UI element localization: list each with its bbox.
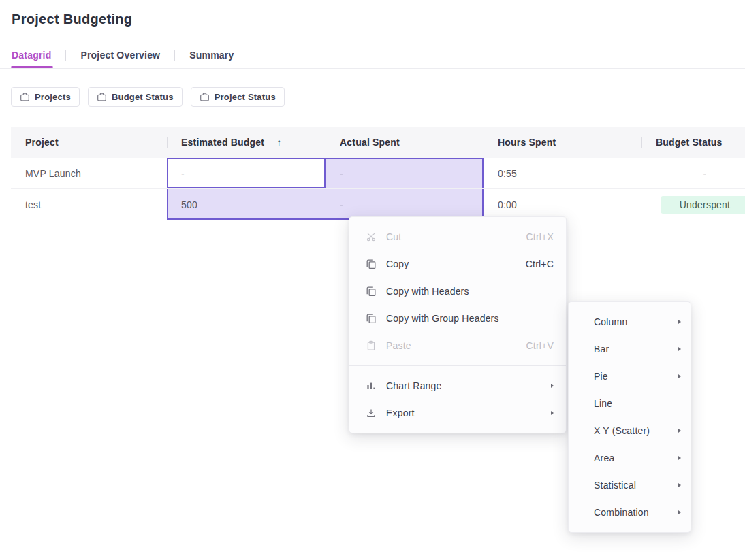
- menu-item-label: Paste: [386, 340, 411, 351]
- filter-button-label: Project Status: [215, 92, 276, 102]
- menu-item-label: Copy with Group Headers: [386, 313, 499, 324]
- cell-hours-spent[interactable]: 0:00: [484, 189, 641, 220]
- column-header-actual-spent[interactable]: Actual Spent: [326, 127, 484, 158]
- menu-item-label: Cut: [386, 231, 401, 242]
- menu-item-label: Copy: [386, 259, 409, 269]
- clipboard-icon: [366, 340, 377, 351]
- column-header-label: Actual Spent: [340, 137, 400, 148]
- submenu-arrow-icon: [678, 456, 681, 460]
- submenu-arrow-icon: [678, 510, 681, 514]
- submenu-item-combination[interactable]: Combination: [569, 499, 691, 526]
- filter-button-projects[interactable]: Projects: [11, 87, 80, 107]
- briefcase-icon: [20, 92, 30, 102]
- filter-button-label: Projects: [35, 92, 71, 102]
- tab-datagrid[interactable]: Datagrid: [12, 50, 51, 61]
- submenu-item-pie[interactable]: Pie: [569, 363, 691, 390]
- menu-item-export[interactable]: Export: [349, 399, 566, 427]
- scissors-icon: [366, 231, 377, 242]
- submenu-arrow-icon: [551, 411, 554, 415]
- column-menu-icon[interactable]: [304, 139, 309, 145]
- column-header-label: Estimated Budget: [181, 137, 264, 148]
- menu-item-copy-with-group-headers[interactable]: Copy with Group Headers: [349, 305, 566, 332]
- copy-icon: [366, 286, 377, 297]
- column-header-estimated-budget[interactable]: Estimated Budget ↑: [167, 127, 326, 158]
- menu-shortcut: Ctrl+V: [526, 340, 554, 351]
- cell-budget-status[interactable]: Underspent: [641, 189, 745, 220]
- submenu-arrow-icon: [551, 384, 554, 388]
- submenu-arrow-icon: [678, 429, 681, 433]
- cell-hours-spent[interactable]: 0:55: [484, 158, 641, 188]
- status-badge-underspent: Underspent: [661, 196, 745, 214]
- download-icon: [366, 408, 377, 418]
- copy-icon: [366, 313, 377, 324]
- menu-item-label: Column: [594, 316, 627, 327]
- tab-summary[interactable]: Summary: [189, 50, 234, 61]
- grid-header-row: Project Estimated Budget ↑ Actual Spent …: [11, 127, 745, 158]
- submenu-arrow-icon: [678, 320, 681, 324]
- bar-chart-icon: [366, 380, 377, 391]
- menu-shortcut: Ctrl+C: [526, 259, 554, 269]
- briefcase-icon: [200, 92, 210, 102]
- menu-item-label: Bar: [594, 344, 609, 355]
- menu-item-label: Statistical: [594, 480, 636, 491]
- column-header-hours-spent[interactable]: Hours Spent: [484, 127, 641, 158]
- submenu-item-line[interactable]: Line: [569, 390, 691, 417]
- tab-separator: [174, 50, 175, 61]
- context-menu: Cut Ctrl+X Copy Ctrl+C Copy with Headers: [349, 216, 567, 433]
- chart-type-submenu: Column Bar Pie Line X Y (Scatter) Area S…: [568, 301, 691, 533]
- cell-actual-spent-selected[interactable]: -: [326, 158, 484, 188]
- page-title: Project Budgeting: [12, 12, 132, 27]
- submenu-item-bar[interactable]: Bar: [569, 335, 691, 363]
- cell-actual-spent-selected[interactable]: -: [326, 189, 484, 220]
- menu-separator: [349, 365, 566, 366]
- menu-item-label: Line: [594, 398, 612, 409]
- filter-bar: Projects Budget Status Project Status: [11, 87, 285, 107]
- submenu-item-xy-scatter[interactable]: X Y (Scatter): [569, 417, 691, 444]
- menu-item-label: Area: [594, 452, 614, 463]
- column-header-label: Project: [25, 137, 59, 148]
- cell-budget-status[interactable]: -: [641, 158, 745, 188]
- column-header-label: Budget Status: [656, 137, 723, 148]
- column-header-budget-status[interactable]: Budget Status: [641, 127, 745, 158]
- column-header-project[interactable]: Project: [11, 127, 167, 158]
- menu-item-chart-range[interactable]: Chart Range: [349, 372, 566, 399]
- table-row: MVP Launch - - 0:55 -: [11, 158, 745, 189]
- submenu-item-statistical[interactable]: Statistical: [569, 472, 691, 499]
- menu-item-copy-with-headers[interactable]: Copy with Headers: [349, 278, 566, 305]
- menu-item-label: Pie: [594, 371, 608, 382]
- cell-project[interactable]: MVP Launch: [11, 158, 167, 188]
- tabs-divider: [0, 68, 745, 69]
- menu-item-label: X Y (Scatter): [594, 425, 650, 436]
- briefcase-icon: [97, 92, 107, 102]
- submenu-arrow-icon: [678, 374, 681, 378]
- column-menu-icon[interactable]: [620, 139, 625, 145]
- sort-ascending-icon: ↑: [276, 137, 281, 148]
- menu-item-label: Combination: [594, 507, 649, 518]
- submenu-arrow-icon: [678, 483, 681, 487]
- menu-item-paste[interactable]: Paste Ctrl+V: [349, 332, 566, 359]
- cell-project[interactable]: test: [11, 189, 167, 220]
- column-header-label: Hours Spent: [498, 137, 556, 148]
- column-menu-icon[interactable]: [462, 139, 467, 145]
- column-menu-icon[interactable]: [145, 139, 150, 145]
- menu-item-cut[interactable]: Cut Ctrl+X: [349, 223, 566, 250]
- copy-icon: [366, 259, 377, 269]
- menu-item-label: Chart Range: [386, 380, 442, 391]
- submenu-item-area[interactable]: Area: [569, 444, 691, 472]
- menu-shortcut: Ctrl+X: [526, 231, 554, 242]
- data-grid: Project Estimated Budget ↑ Actual Spent …: [11, 127, 745, 220]
- menu-item-label: Copy with Headers: [386, 286, 469, 297]
- cell-estimated-budget-selected[interactable]: 500: [167, 189, 326, 220]
- cell-estimated-budget-focused[interactable]: -: [167, 158, 326, 188]
- tab-bar: Datagrid Project Overview Summary: [12, 48, 234, 62]
- submenu-arrow-icon: [678, 347, 681, 351]
- tab-separator: [65, 50, 66, 61]
- menu-item-label: Export: [386, 408, 415, 418]
- tab-project-overview[interactable]: Project Overview: [80, 50, 160, 61]
- filter-button-project-status[interactable]: Project Status: [191, 87, 285, 107]
- filter-button-budget-status[interactable]: Budget Status: [88, 87, 183, 107]
- submenu-item-column[interactable]: Column: [569, 308, 691, 335]
- menu-item-copy[interactable]: Copy Ctrl+C: [349, 250, 566, 278]
- filter-button-label: Budget Status: [112, 92, 174, 102]
